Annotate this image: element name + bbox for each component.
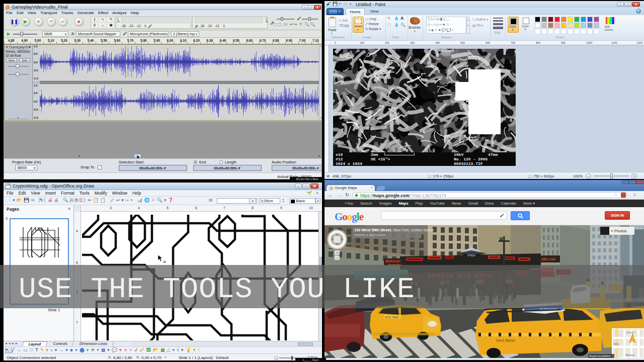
svg-text:Midtown: Midtown <box>625 353 635 356</box>
svg-text:Lincoln: Lincoln <box>626 331 634 334</box>
svg-text:© 2013 Google – Image Date: Ju: © 2013 Google – Image Date: June 2011 <box>327 353 372 356</box>
svg-text:« Photos: « Photos <box>611 229 627 233</box>
svg-text:⇱ ✕: ⇱ ✕ <box>636 227 642 230</box>
svg-text:+: + <box>336 250 339 255</box>
svg-text:–: – <box>337 255 339 260</box>
svg-text:Report a problem: Report a problem <box>589 354 611 357</box>
svg-text:BERASH: BERASH <box>385 259 400 263</box>
svg-text:193 West 55th Street, New York: 193 West 55th Street, New York, United S… <box>354 228 434 232</box>
svg-text:OPEN: OPEN <box>467 254 475 257</box>
svg-text:Address is approximate: Address is approximate <box>354 233 386 236</box>
svg-text:NYC TAXI: NYC TAXI <box>385 316 398 319</box>
svg-text:Helly: Helly <box>613 342 619 345</box>
svg-text:DELI·SH: DELI·SH <box>541 257 555 261</box>
svg-text:TAXI 5N92: TAXI 5N92 <box>496 338 515 343</box>
